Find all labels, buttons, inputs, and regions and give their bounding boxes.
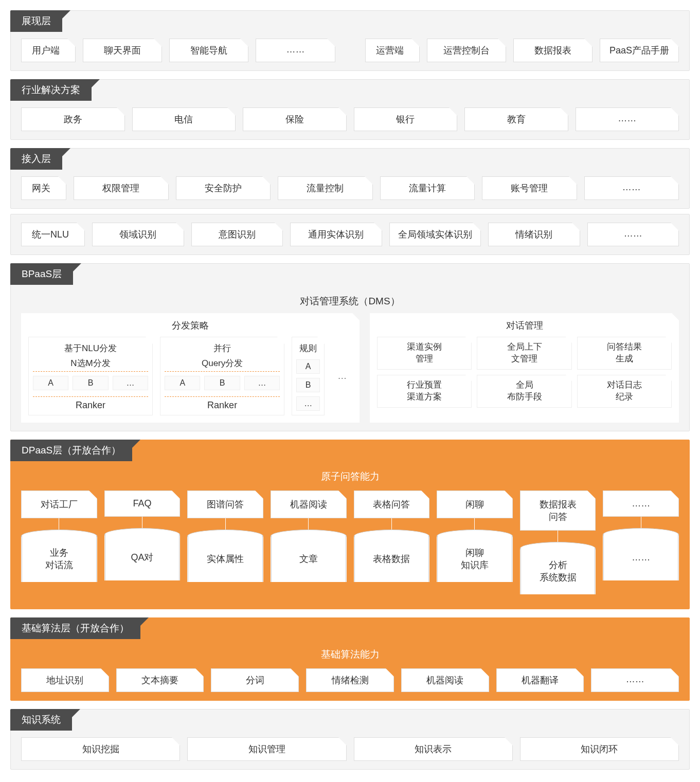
layer-title-text: 知识系统 bbox=[22, 714, 61, 725]
cell: … bbox=[244, 376, 280, 390]
label: 基于NLU分发 bbox=[33, 341, 148, 356]
card: 文本摘要 bbox=[116, 668, 204, 692]
label: N选M分发 bbox=[33, 356, 148, 372]
section-title: 基础算法能力 bbox=[21, 646, 679, 668]
card: 情绪识别 bbox=[488, 223, 580, 246]
card: 电信 bbox=[132, 107, 236, 131]
card: 意图识别 bbox=[191, 223, 283, 246]
mgmt-cell: 全局布防手段 bbox=[477, 375, 571, 408]
layer-title-text: 接入层 bbox=[22, 153, 51, 164]
datastore: 业务对话流 bbox=[22, 536, 97, 582]
manage-block: 对话管理 渠道实例管理 全局上下文管理 问答结果生成 行业预置渠道方案 全局布防… bbox=[370, 313, 679, 423]
card: 权限管理 bbox=[74, 176, 169, 200]
card: 知识管理 bbox=[187, 737, 346, 761]
datastore: 文章 bbox=[271, 536, 346, 582]
card: 聊天界面 bbox=[83, 39, 162, 62]
mgmt-cell: 渠道实例管理 bbox=[377, 337, 472, 370]
layer-title-text: 展现层 bbox=[22, 15, 51, 26]
cell: B bbox=[204, 376, 240, 390]
card: 政务 bbox=[21, 107, 125, 131]
dms-title: 对话管理系统（DMS） bbox=[21, 292, 679, 313]
card: 全局领域实体识别 bbox=[389, 223, 481, 246]
gateway-label: 网关 bbox=[21, 176, 66, 200]
dispatch-title: 分发策略 bbox=[28, 318, 352, 337]
nlu-strategy: 基于NLU分发 N选M分发 A B … Ranker bbox=[28, 337, 153, 415]
card: 流量计算 bbox=[380, 176, 475, 200]
layer-title: 行业解决方案 bbox=[10, 79, 92, 101]
capability: 表格问答 bbox=[354, 490, 430, 518]
card: 机器阅读 bbox=[401, 668, 489, 692]
dp-col: 图谱问答 实体属性 bbox=[187, 490, 263, 601]
mgmt-cell: 对话日志纪录 bbox=[577, 375, 672, 408]
datastore: …… bbox=[603, 534, 678, 580]
ops-side-label: 运营端 bbox=[365, 39, 420, 62]
layer-title-text: DPaaS层（开放合作） bbox=[22, 445, 121, 456]
dp-col: 数据报表问答 分析系统数据 bbox=[520, 490, 596, 601]
datastore: 闲聊知识库 bbox=[437, 536, 512, 582]
card: 教育 bbox=[464, 107, 568, 131]
dp-col: 机器阅读 文章 bbox=[271, 490, 347, 601]
ranker: Ranker bbox=[33, 396, 148, 411]
layer-title: BPaaS层 bbox=[10, 263, 73, 285]
user-side-label: 用户端 bbox=[21, 39, 76, 62]
nlu-label: 统一NLU bbox=[21, 223, 85, 246]
card: …… bbox=[584, 176, 679, 200]
layer-title: 知识系统 bbox=[10, 709, 72, 731]
card: PaaS产品手册 bbox=[600, 39, 679, 62]
dpaas-columns: 对话工厂 业务对话流 FAQ QA对 图谱问答 实体属性 机器阅读 文章 表格问… bbox=[21, 490, 679, 601]
layer-bpaas: BPaaS层 对话管理系统（DMS） 分发策略 基于NLU分发 N选M分发 A … bbox=[10, 263, 690, 431]
card: 地址识别 bbox=[21, 668, 109, 692]
capability: 机器阅读 bbox=[271, 490, 347, 518]
layer-access: 接入层 网关 权限管理 安全防护 流量控制 流量计算 账号管理 …… bbox=[10, 148, 690, 209]
layer-title-text: BPaaS层 bbox=[22, 268, 62, 279]
card: 保险 bbox=[243, 107, 347, 131]
card: …… bbox=[587, 223, 679, 246]
capability: 图谱问答 bbox=[187, 490, 263, 518]
layer-dpaas: DPaaS层（开放合作） 原子问答能力 对话工厂 业务对话流 FAQ QA对 图… bbox=[10, 440, 690, 609]
capability: FAQ bbox=[104, 490, 181, 517]
cell: B bbox=[73, 376, 108, 390]
card: 银行 bbox=[354, 107, 458, 131]
mgmt-cell: 问答结果生成 bbox=[577, 337, 672, 370]
capability: …… bbox=[603, 490, 679, 517]
layer-title: 接入层 bbox=[10, 148, 62, 170]
card: 运营控制台 bbox=[427, 39, 506, 62]
cell: … bbox=[296, 396, 320, 411]
parallel-strategy: 并行 Query分发 A B … Ranker bbox=[160, 337, 284, 415]
dp-col: FAQ QA对 bbox=[104, 490, 181, 601]
layer-algo: 基础算法层（开放合作） 基础算法能力 地址识别 文本摘要 分词 情绪检测 机器阅… bbox=[10, 617, 690, 701]
layer-access-nlu: 统一NLU 领域识别 意图识别 通用实体识别 全局领域实体识别 情绪识别 …… bbox=[10, 214, 690, 255]
dp-col: …… …… bbox=[603, 490, 679, 601]
section-title: 原子问答能力 bbox=[21, 468, 679, 490]
card: 流量控制 bbox=[278, 176, 373, 200]
dp-col: 表格问答 表格数据 bbox=[354, 490, 430, 601]
mgmt-cell: 行业预置渠道方案 bbox=[377, 375, 472, 408]
card: 账号管理 bbox=[482, 176, 577, 200]
card: 分词 bbox=[211, 668, 299, 692]
capability: 闲聊 bbox=[437, 490, 513, 518]
label: Query分发 bbox=[165, 356, 280, 372]
card: …… bbox=[576, 107, 679, 131]
cell: A bbox=[296, 359, 320, 374]
datastore: 表格数据 bbox=[354, 536, 429, 582]
layer-title: 展现层 bbox=[10, 10, 62, 32]
dp-col: 对话工厂 业务对话流 bbox=[21, 490, 97, 601]
card: 智能导航 bbox=[169, 39, 248, 62]
layer-title: DPaaS层（开放合作） bbox=[10, 440, 132, 461]
card: 安全防护 bbox=[176, 176, 271, 200]
capability: 对话工厂 bbox=[21, 490, 97, 518]
layer-knowledge: 知识系统 知识挖掘 知识管理 知识表示 知识闭环 bbox=[10, 709, 690, 770]
layer-title: 基础算法层（开放合作） bbox=[10, 617, 140, 639]
layer-title-text: 行业解决方案 bbox=[22, 84, 80, 95]
datastore: QA对 bbox=[105, 534, 180, 580]
dp-col: 闲聊 闲聊知识库 bbox=[437, 490, 513, 601]
card: …… bbox=[256, 39, 335, 62]
layer-presentation: 展现层 用户端 聊天界面 智能导航 …… 运营端 运营控制台 数据报表 PaaS… bbox=[10, 10, 690, 71]
card: 数据报表 bbox=[513, 39, 593, 62]
layer-title-text: 基础算法层（开放合作） bbox=[22, 623, 129, 633]
label: 规则 bbox=[296, 341, 320, 356]
card: 知识表示 bbox=[354, 737, 513, 761]
cell: … bbox=[113, 376, 148, 390]
cell: A bbox=[33, 376, 68, 390]
card: 知识闭环 bbox=[520, 737, 679, 761]
